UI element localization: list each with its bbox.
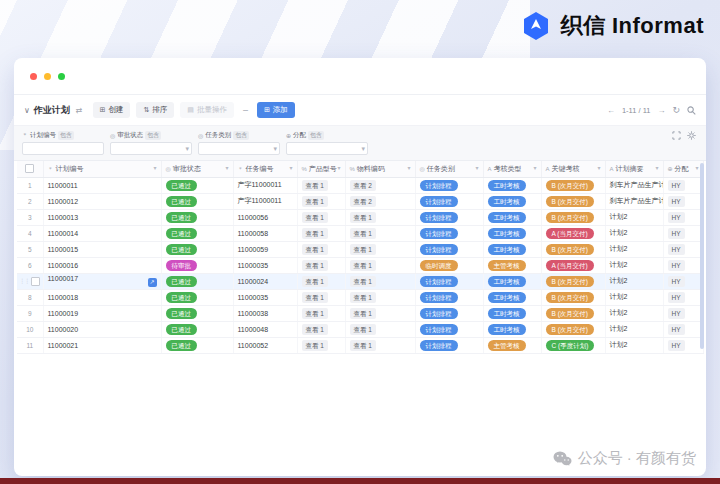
table-row[interactable]: 911000019已通过11000038查看 1查看 1计划排程工时考核B (次… [17, 305, 703, 321]
view-link-tag[interactable]: 查看 1 [350, 276, 376, 287]
add-button[interactable]: ⊞ 添加 [257, 102, 295, 118]
create-button[interactable]: ⊞ 创建 [93, 102, 131, 118]
column-header-material[interactable]: %物料编码▾ [345, 161, 415, 177]
view-link-tag[interactable]: 查看 1 [302, 212, 328, 223]
minimize-window-button[interactable] [44, 73, 51, 80]
column-header-task_no[interactable]: ＊任务编号▾ [233, 161, 297, 177]
more-button[interactable]: – [240, 105, 251, 115]
view-link-tag[interactable]: 查看 1 [302, 180, 328, 191]
table-row[interactable]: 511000015已通过11000059查看 1查看 1计划排程工时考核B (次… [17, 241, 703, 257]
filter-text-input[interactable] [23, 149, 103, 160]
view-link-tag[interactable]: 查看 1 [350, 260, 376, 271]
row-number-cell: 5 [17, 241, 43, 257]
column-header-summary[interactable]: A计划摘要▾ [605, 161, 663, 177]
column-header-plan_no[interactable]: ＊计划编号▾ [43, 161, 161, 177]
drag-handle-icon[interactable]: ⋮⋮ [19, 278, 29, 284]
view-title[interactable]: ∨ 作业计划 [24, 104, 70, 117]
next-page-arrow-icon[interactable]: → [657, 106, 665, 115]
view-link-tag[interactable]: 查看 1 [302, 340, 328, 351]
previous-page-arrow-icon[interactable]: ← [607, 106, 615, 115]
row-checkbox[interactable] [31, 277, 40, 286]
field-type-icon: ◎ [420, 166, 425, 172]
cell-summary: 计划2 [605, 257, 663, 273]
filter-select[interactable]: ▾ [110, 142, 192, 155]
vertical-scrollbar[interactable] [700, 163, 704, 349]
column-header-assign[interactable]: ⊕分配▾ [663, 161, 703, 177]
column-header-assess_type[interactable]: A考核类型▾ [483, 161, 541, 177]
cell-material: 查看 1 [345, 305, 415, 321]
view-link-tag[interactable]: 查看 1 [302, 196, 328, 207]
assignee-tag: HY [668, 260, 685, 271]
view-link-tag[interactable]: 查看 1 [350, 308, 376, 319]
table-row[interactable]: 1011000020已通过11000048查看 1查看 1计划排程工时考核B (… [17, 321, 703, 337]
cell-category: 计划排程 [415, 241, 483, 257]
status-badge: 计划排程 [420, 292, 458, 303]
watermark: 公众号 · 有颜有货 [553, 449, 696, 468]
maximize-window-button[interactable] [58, 73, 65, 80]
cell-task_no: 产字11000011 [233, 193, 297, 209]
cell-plan_no: 11000017↗ [43, 273, 161, 289]
close-window-button[interactable] [30, 73, 37, 80]
expand-record-icon[interactable]: ↗ [148, 278, 157, 287]
select-all-checkbox[interactable] [25, 164, 34, 173]
view-link-tag[interactable]: 查看 1 [350, 228, 376, 239]
view-link-tag[interactable]: 查看 1 [302, 260, 328, 271]
cell-status: 已通过 [161, 321, 233, 337]
view-link-tag[interactable]: 查看 1 [302, 244, 328, 255]
view-link-tag[interactable]: 查看 1 [350, 244, 376, 255]
plus-square-icon: ⊞ [100, 106, 106, 114]
cell-summary: 计划2 [605, 321, 663, 337]
chevron-down-icon: ▾ [475, 164, 478, 171]
search-icon[interactable] [687, 106, 696, 115]
column-label: 考核类型 [494, 165, 522, 172]
view-link-tag[interactable]: 查看 2 [350, 196, 376, 207]
cell-material: 查看 1 [345, 321, 415, 337]
field-type-icon: ＊ [22, 131, 28, 140]
status-badge: 待审批 [166, 260, 198, 271]
view-link-tag[interactable]: 查看 1 [302, 292, 328, 303]
column-header-key_assess[interactable]: A关键考核▾ [541, 161, 605, 177]
view-link-tag[interactable]: 查看 1 [350, 324, 376, 335]
chevron-down-icon: ▾ [533, 164, 536, 171]
data-table: ＊计划编号▾◎审批状态▾＊任务编号▾%产品型号▾%物料编码▾◎任务类别▾A考核类… [17, 161, 704, 354]
brand-hexagon-icon [521, 11, 551, 41]
batch-actions-button[interactable]: ▤ 批量操作 [180, 102, 234, 118]
table-row[interactable]: 1111000021已通过11000052查看 1查看 1计划排程主管考核C (… [17, 337, 703, 353]
column-header-status[interactable]: ◎审批状态▾ [161, 161, 233, 177]
row-number-cell: 2 [17, 193, 43, 209]
cell-assign: HY [663, 177, 703, 193]
expand-filters-icon[interactable] [672, 131, 681, 140]
cell-task_no: 11000058 [233, 225, 297, 241]
field-type-icon: % [302, 166, 307, 172]
view-switch-icon[interactable]: ⇄ [76, 106, 83, 115]
table-row[interactable]: 111000011已通过产字11000011查看 1查看 2计划排程工时考核B … [17, 177, 703, 193]
sort-button[interactable]: ⇅ 排序 [136, 102, 174, 118]
window-controls [30, 73, 65, 80]
filter-select[interactable]: ▾ [198, 142, 280, 155]
view-link-tag[interactable]: 查看 1 [350, 212, 376, 223]
filter-select[interactable]: ▾ [286, 142, 368, 155]
column-label: 分配 [675, 165, 689, 172]
filter-input[interactable] [22, 142, 104, 155]
table-row[interactable]: 811000018已通过11000035查看 1查看 1计划排程工时考核B (次… [17, 289, 703, 305]
view-link-tag[interactable]: 查看 1 [302, 276, 328, 287]
status-badge: 主管考核 [488, 260, 526, 271]
view-link-tag[interactable]: 查看 1 [350, 340, 376, 351]
table-row[interactable]: 211000012已通过产字11000011查看 1查看 2计划排程工时考核B … [17, 193, 703, 209]
view-link-tag[interactable]: 查看 1 [302, 228, 328, 239]
column-header-category[interactable]: ◎任务类别▾ [415, 161, 483, 177]
table-row[interactable]: 311000013已通过11000056查看 1查看 1计划排程工时考核B (次… [17, 209, 703, 225]
view-link-tag[interactable]: 查看 2 [350, 180, 376, 191]
view-link-tag[interactable]: 查看 1 [302, 324, 328, 335]
app-window: ∨ 作业计划 ⇄ ⊞ 创建 ⇅ 排序 ▤ 批量操作 – ⊞ 添加 ← 1-11 … [14, 58, 706, 476]
table-row[interactable]: ⋮⋮11000017↗已通过11000024查看 1查看 1计划排程工时考核B … [17, 273, 703, 289]
table-row[interactable]: 611000016待审批11000035查看 1查看 1临时调度主管考核A (当… [17, 257, 703, 273]
view-link-tag[interactable]: 查看 1 [302, 308, 328, 319]
filter-operator-tag: 包含 [58, 131, 74, 140]
view-link-tag[interactable]: 查看 1 [350, 292, 376, 303]
table-row[interactable]: 411000014已通过11000058查看 1查看 1计划排程工时考核A (当… [17, 225, 703, 241]
status-badge: B (次月交付) [546, 308, 594, 319]
gear-icon[interactable] [687, 131, 696, 140]
refresh-icon[interactable]: ↻ [672, 106, 680, 115]
column-header-product[interactable]: %产品型号▾ [297, 161, 345, 177]
